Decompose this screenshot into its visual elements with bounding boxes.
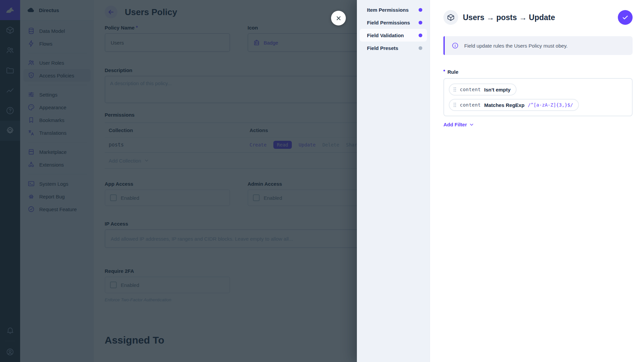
- status-dot: [419, 8, 422, 12]
- drawer-tab-field-presets[interactable]: Field Presets: [360, 42, 427, 54]
- filter-rule[interactable]: content Isn't empty: [449, 83, 517, 96]
- check-icon: [622, 14, 629, 21]
- drawer-header: Users → posts → Update: [443, 10, 633, 25]
- add-filter-button[interactable]: Add Filter: [443, 122, 474, 127]
- info-icon: [451, 42, 459, 49]
- drawer-title: Users → posts → Update: [463, 13, 613, 22]
- drawer-tab-label: Item Permissions: [367, 7, 409, 13]
- filter-operator: Matches RegExp: [484, 102, 525, 108]
- close-icon: [335, 15, 342, 21]
- status-dot: [419, 21, 422, 24]
- drawer-tab-field-validation[interactable]: Field Validation: [360, 29, 427, 42]
- info-banner-text: Field update rules the Users Policy must…: [464, 43, 568, 49]
- filter-value: /^[a-zA-Z]{3,}$/: [528, 102, 573, 108]
- drawer-tab-item-permissions[interactable]: Item Permissions: [360, 3, 427, 16]
- filter-operator: Isn't empty: [484, 87, 511, 93]
- status-dot: [419, 46, 422, 50]
- drawer-nav: Item Permissions Field Permissions Field…: [357, 0, 430, 362]
- drawer-header-avatar: [443, 10, 458, 25]
- filter-rule[interactable]: content Matches RegExp /^[a-zA-Z]{3,}$/: [449, 99, 579, 111]
- drag-handle-icon[interactable]: [453, 102, 457, 108]
- drawer-tab-label: Field Validation: [367, 33, 404, 38]
- rules-box: content Isn't empty content Matches RegE…: [443, 78, 633, 116]
- drag-handle-icon[interactable]: [453, 87, 457, 92]
- rule-label-row: Rule: [443, 69, 633, 75]
- status-dot: [419, 34, 422, 37]
- drawer-tab-field-permissions[interactable]: Field Permissions: [360, 16, 427, 29]
- drawer-content: Users → posts → Update Field update rule…: [430, 0, 644, 362]
- drawer-tab-label: Field Permissions: [367, 20, 410, 25]
- add-filter-label: Add Filter: [443, 122, 467, 127]
- required-dot: [443, 70, 445, 71]
- drawer-tab-label: Field Presets: [367, 45, 398, 51]
- filter-field: content: [460, 102, 481, 108]
- drawer-close-button[interactable]: [331, 11, 346, 25]
- save-button[interactable]: [618, 10, 633, 25]
- info-banner: Field update rules the Users Policy must…: [443, 36, 633, 55]
- rule-label: Rule: [447, 69, 459, 75]
- filter-field: content: [460, 87, 481, 92]
- box-icon: [447, 13, 455, 21]
- chevron-down-icon: [469, 122, 474, 127]
- permission-drawer: Item Permissions Field Permissions Field…: [357, 0, 644, 362]
